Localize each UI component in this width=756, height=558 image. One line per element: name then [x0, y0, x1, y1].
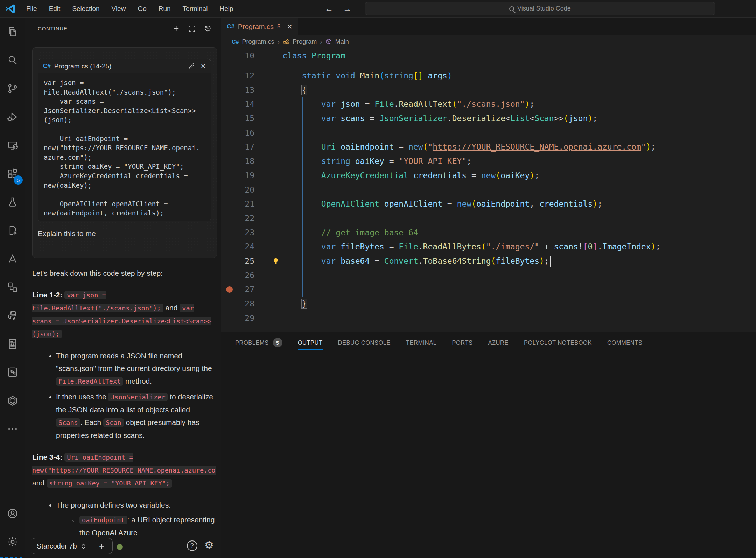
code-token — [408, 171, 413, 180]
tab-close-icon[interactable]: ✕ — [287, 23, 292, 31]
command-center-search[interactable]: Visual Studio Code — [365, 2, 715, 15]
tab-program-cs[interactable]: C# Program.cs 5 ✕ — [221, 18, 298, 35]
fullscreen-icon[interactable] — [188, 25, 196, 33]
vscode-logo-icon — [5, 3, 16, 14]
panel-tab-problems[interactable]: PROBLEMS5 — [235, 338, 282, 347]
code-token: " — [641, 142, 646, 151]
breadcrumb-item-program-cs[interactable]: Program.cs — [242, 38, 274, 46]
menu-terminal[interactable]: Terminal — [177, 0, 214, 18]
activity-item-source-control[interactable] — [0, 74, 25, 103]
model-selector[interactable]: Starcoder 7b + — [31, 538, 113, 554]
inline-code: File.ReadAllText — [56, 377, 123, 386]
code-token: void — [336, 71, 355, 80]
code-token: oaiKey — [500, 171, 530, 180]
code-token: new — [408, 142, 423, 151]
code-token: Scan — [534, 114, 554, 123]
code-line-22: 22 — [221, 211, 756, 226]
add-model-button[interactable]: + — [91, 541, 112, 552]
activity-item-explorer[interactable] — [0, 18, 25, 46]
line-number: 15 — [221, 111, 254, 126]
edit-brush-icon[interactable] — [188, 63, 195, 69]
code-token: ] — [593, 242, 597, 251]
menu-view[interactable]: View — [106, 0, 132, 18]
panel-tab-polyglot-notebook[interactable]: POLYGLOT NOTEBOOK — [524, 339, 592, 346]
code-line-text: Uri oaiEndpoint = new("https://YOUR_RESO… — [282, 140, 656, 154]
breadcrumb-item-main[interactable]: Main — [335, 38, 349, 46]
panel-tab-label: DEBUG CONSOLE — [338, 339, 391, 346]
nav-forward-button[interactable]: → — [343, 4, 351, 14]
code-token: ; — [593, 114, 597, 123]
history-icon[interactable] — [204, 25, 212, 33]
continue-settings-icon[interactable]: ⚙ — [204, 539, 214, 551]
activity-item-cpp-properties[interactable] — [0, 216, 25, 244]
activity-item-python[interactable] — [0, 301, 25, 330]
code-token — [282, 242, 321, 251]
close-icon[interactable]: ✕ — [201, 62, 206, 70]
activity-item-settings[interactable] — [0, 528, 25, 556]
activity-item-project-manager[interactable] — [0, 273, 25, 301]
menu-file[interactable]: File — [20, 0, 43, 18]
line-number: 16 — [221, 126, 254, 140]
code-token: oaiEndpoint — [341, 142, 394, 151]
code-token: ) — [588, 114, 593, 123]
terraform-icon — [7, 366, 19, 378]
activity-item-run-debug[interactable] — [0, 103, 25, 131]
code-token — [336, 256, 341, 266]
lightbulb-icon[interactable] — [272, 257, 279, 264]
menu-help[interactable]: Help — [214, 0, 239, 18]
code-token: // get image base 64 — [321, 228, 418, 237]
code-token: ( — [564, 114, 568, 123]
code-token — [336, 99, 341, 109]
chat-bold: Line 1-2: — [32, 291, 64, 299]
activity-item-terraform[interactable] — [0, 358, 25, 386]
activity-item-hexagon[interactable] — [0, 386, 25, 415]
code-line-text: static void Main(string[] args) — [282, 69, 452, 83]
panel-tab-output[interactable]: OUTPUT — [298, 339, 323, 346]
activity-item-testing[interactable] — [0, 188, 25, 216]
menu-run[interactable]: Run — [153, 0, 177, 18]
help-icon[interactable]: ? — [187, 540, 197, 551]
code-token: = — [384, 157, 399, 166]
line-number: 19 — [221, 168, 254, 183]
new-session-icon[interactable] — [172, 25, 180, 33]
activity-item-extensions[interactable]: 5 — [0, 159, 25, 188]
activity-item-remote-explorer[interactable] — [0, 131, 25, 159]
code-editor[interactable]: 12 static void Main(string[] args)13 {14… — [221, 49, 756, 332]
menu-go[interactable]: Go — [132, 0, 152, 18]
code-token: . — [418, 256, 423, 266]
code-token: credentials — [413, 171, 467, 180]
code-line-text: } — [282, 297, 307, 311]
panel-tab-terminal[interactable]: TERMINAL — [406, 339, 436, 346]
code-token: ; — [651, 142, 656, 151]
code-token: ; — [534, 171, 539, 180]
activity-item-more[interactable] — [0, 415, 25, 443]
code-line-text: OpenAIClient openAIClient = new(oaiEndpo… — [282, 197, 602, 211]
activity-item-accounts[interactable] — [0, 499, 25, 528]
tab-problem-count: 5 — [277, 23, 280, 30]
panel-tab-label: AZURE — [488, 339, 508, 346]
code-token: json — [341, 99, 360, 109]
chat-text: It then uses the — [56, 393, 108, 401]
code-token: . — [418, 242, 423, 251]
activity-item-search[interactable] — [0, 46, 25, 74]
nav-back-button[interactable]: ← — [325, 4, 333, 14]
panel-tab-ports[interactable]: PORTS — [452, 339, 472, 346]
panel-tab-label: PROBLEMS — [235, 339, 269, 346]
more-icon — [7, 423, 19, 435]
breadcrumb-item-program[interactable]: Program — [293, 38, 317, 46]
panel-tab-debug-console[interactable]: DEBUG CONSOLE — [338, 339, 391, 346]
line-number: 26 — [221, 268, 254, 283]
activity-item-docs-page[interactable] — [0, 330, 25, 358]
testing-icon — [7, 196, 19, 208]
code-token: base64 — [341, 256, 370, 266]
sidebar-header: CONTINUE — [25, 18, 221, 39]
code-token: JsonSerializer — [379, 114, 447, 123]
panel-tab-comments[interactable]: COMMENTS — [607, 339, 642, 346]
menu-edit[interactable]: Edit — [43, 0, 66, 18]
panel-tab-azure[interactable]: AZURE — [488, 339, 508, 346]
project-manager-icon — [7, 281, 19, 293]
activity-item-azure[interactable] — [0, 244, 25, 273]
panel-tab-label: OUTPUT — [298, 339, 323, 350]
list-item: oaiEndpoint: a URI object representing t… — [79, 514, 216, 537]
menu-selection[interactable]: Selection — [66, 0, 105, 18]
